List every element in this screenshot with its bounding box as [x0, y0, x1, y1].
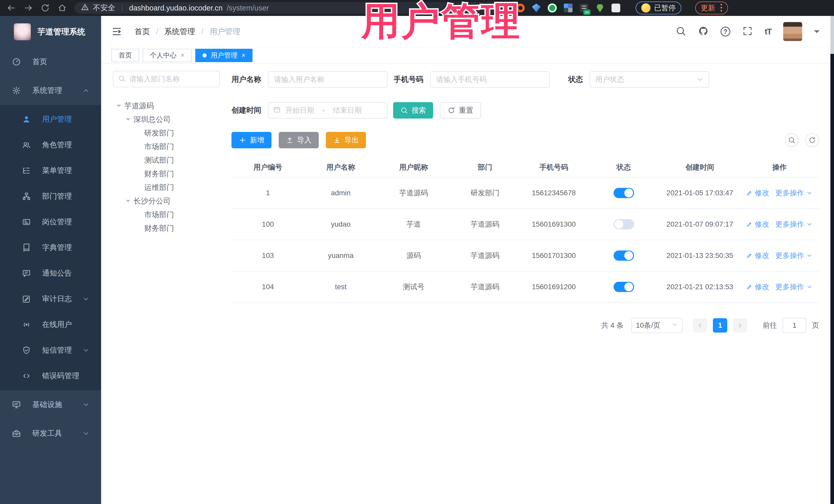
tree-node-dept[interactable]: 市场部门	[113, 208, 222, 221]
username-input[interactable]	[268, 71, 388, 88]
address-bar[interactable]: 不安全 dashboard.yudao.iocoder.cn/system/us…	[74, 2, 499, 14]
tab-user-management[interactable]: 用户管理 ×	[195, 49, 253, 62]
tree-node-dept[interactable]: 财务部门	[113, 167, 222, 181]
extension-green-icon[interactable]	[548, 4, 556, 12]
sidebar-item-online-users[interactable]: 在线用户	[0, 312, 101, 337]
back-icon[interactable]	[7, 3, 16, 13]
more-actions-link[interactable]: 更多操作	[775, 188, 813, 198]
sidebar-item-system[interactable]: 系统管理	[0, 76, 101, 105]
tree-node-company[interactable]: 长沙分公司	[113, 194, 222, 208]
sidebar-item-posts[interactable]: 岗位管理	[0, 209, 101, 235]
tree-node-dept[interactable]: 市场部门	[113, 140, 222, 153]
close-icon[interactable]: ×	[181, 51, 184, 59]
sidebar-item-users[interactable]: 用户管理	[0, 107, 101, 132]
page-size-select[interactable]: 10条/页	[631, 318, 683, 333]
status-select[interactable]: 用户状态	[590, 71, 709, 88]
status-toggle[interactable]	[614, 219, 634, 229]
font-size-icon[interactable]: tT	[765, 27, 771, 37]
more-actions-link[interactable]: 更多操作	[775, 282, 813, 292]
user-avatar[interactable]	[783, 22, 802, 41]
close-icon[interactable]: ×	[241, 51, 245, 59]
reload-icon[interactable]	[41, 3, 50, 13]
more-actions-link[interactable]: 更多操作	[775, 251, 813, 261]
extension-pin-icon[interactable]	[596, 4, 604, 12]
extension-list-icon[interactable]: on	[580, 4, 588, 12]
chevron-down-icon	[82, 401, 90, 409]
tab-profile[interactable]: 个人中心 ×	[143, 49, 192, 62]
collapse-sidebar-icon[interactable]	[111, 26, 122, 37]
tree-node-dept[interactable]: 财务部门	[113, 221, 222, 235]
app-logo-row[interactable]: 芋道管理系统	[0, 16, 101, 47]
extension-proxy-icon[interactable]	[516, 4, 525, 12]
refresh-table-button[interactable]	[805, 133, 819, 147]
tab-home[interactable]: 首页	[111, 49, 139, 62]
search-icon[interactable]	[675, 26, 686, 38]
tree-node-root[interactable]: 芋道源码	[113, 99, 222, 113]
status-toggle[interactable]	[614, 188, 634, 198]
chevron-down-icon[interactable]	[814, 30, 820, 36]
edit-link[interactable]: 修改	[746, 282, 769, 292]
sidebar-item-departments[interactable]: 部门管理	[0, 183, 101, 209]
sidebar-item-roles[interactable]: 角色管理	[0, 132, 101, 158]
pencil-icon	[746, 221, 753, 227]
breadcrumb-home[interactable]: 首页	[134, 26, 150, 37]
date-range-picker[interactable]: 开始日期 - 结束日期	[268, 102, 388, 118]
mobile-input[interactable]	[430, 71, 550, 88]
edit-link[interactable]: 修改	[746, 188, 769, 198]
sidebar-item-audit-log[interactable]: 审计日志	[0, 286, 101, 312]
breadcrumb-system[interactable]: 系统管理	[164, 26, 195, 37]
extension-squares-icon[interactable]	[564, 4, 572, 12]
import-button[interactable]: 导入	[279, 132, 319, 148]
fullscreen-icon[interactable]	[742, 26, 753, 38]
add-button[interactable]: 新增	[232, 132, 271, 148]
edit-link[interactable]: 修改	[746, 251, 769, 261]
update-button[interactable]: 更新	[695, 2, 728, 14]
home-icon[interactable]	[58, 3, 67, 13]
status-toggle[interactable]	[614, 282, 634, 292]
sidebar-item-sms[interactable]: 短信管理	[0, 337, 101, 363]
tree-node-dept[interactable]: 研发部门	[113, 126, 222, 140]
help-icon[interactable]: ?	[721, 27, 730, 37]
browser-menu-icon[interactable]	[720, 3, 722, 13]
goto-page-input[interactable]	[783, 318, 806, 333]
tree-node-dept[interactable]: 测试部门	[113, 153, 222, 167]
forward-icon[interactable]	[24, 3, 33, 13]
dept-search-input[interactable]	[129, 75, 215, 83]
search-button[interactable]: 搜索	[393, 102, 433, 118]
screen: 用户管理 不安全 dashboard.yudao.iocoder.cn/syst…	[0, 0, 834, 504]
sidebar-item-menus[interactable]: 菜单管理	[0, 158, 101, 183]
page-scrollbar[interactable]	[830, 16, 834, 504]
caret-down-icon[interactable]	[126, 200, 130, 204]
bookmark-star-icon[interactable]	[484, 3, 492, 13]
sidebar-item-home[interactable]: 首页	[0, 47, 101, 76]
more-actions-link[interactable]: 更多操作	[775, 219, 813, 229]
sidebar-item-error-codes[interactable]: 错误码管理	[0, 363, 101, 389]
show-search-button[interactable]	[785, 133, 798, 147]
caret-down-icon[interactable]	[126, 118, 130, 123]
extension-gem-icon[interactable]	[532, 4, 541, 12]
tree-node-company[interactable]: 深圳总公司	[113, 113, 222, 126]
profile-paused-chip[interactable]: 已暂停	[636, 2, 681, 14]
caret-down-icon[interactable]	[116, 105, 121, 109]
briefcase-icon	[12, 429, 21, 438]
app-logo	[14, 23, 31, 40]
reset-button[interactable]: 重置	[440, 102, 481, 118]
start-date-placeholder: 开始日期	[285, 106, 314, 115]
key-icon[interactable]	[467, 3, 476, 13]
sidebar-item-dict[interactable]: 字典管理	[0, 235, 101, 261]
status-toggle[interactable]	[614, 250, 634, 261]
sidebar-item-dev-tools[interactable]: 研发工具	[0, 419, 101, 448]
current-page[interactable]: 1	[713, 318, 727, 333]
github-icon[interactable]	[698, 26, 709, 38]
next-page-button[interactable]	[733, 318, 747, 333]
tree-node-dept[interactable]: 运维部门	[113, 181, 222, 194]
scrollbar-thumb[interactable]	[830, 16, 834, 54]
monitor-icon	[12, 400, 21, 409]
sidebar-item-infrastructure[interactable]: 基础设施	[0, 390, 101, 419]
extensions-puzzle-icon[interactable]	[612, 4, 620, 12]
refresh-icon	[447, 107, 455, 114]
sidebar-item-notice[interactable]: 通知公告	[0, 261, 101, 286]
export-button[interactable]: 导出	[326, 132, 366, 148]
prev-page-button[interactable]	[693, 318, 707, 333]
edit-link[interactable]: 修改	[746, 219, 769, 229]
